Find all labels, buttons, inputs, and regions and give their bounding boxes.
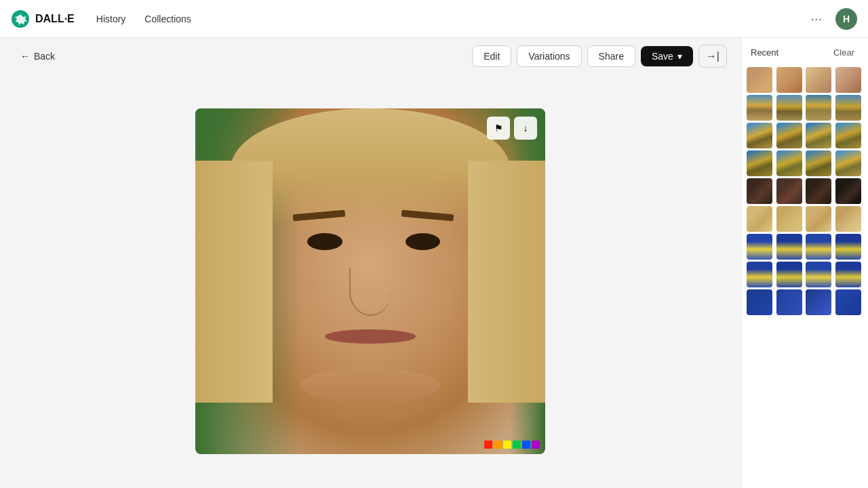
thumbnail-item[interactable] bbox=[806, 95, 831, 121]
thumbnail-item[interactable] bbox=[806, 234, 831, 260]
swatch-blue bbox=[522, 441, 530, 449]
hair-left bbox=[195, 161, 273, 403]
swatch-green bbox=[513, 441, 521, 449]
thumbnail-item[interactable] bbox=[835, 234, 861, 260]
thumbnail-item[interactable] bbox=[806, 123, 831, 148]
eye-right bbox=[406, 233, 441, 251]
right-sidebar: Recent Clear bbox=[741, 38, 868, 488]
color-bar bbox=[484, 441, 540, 449]
main-image-wrapper: ⚑ ↓ bbox=[195, 108, 545, 454]
thumbnail-item[interactable] bbox=[776, 178, 802, 204]
content-area: ← Back Edit Variations Share Save ▾ →| bbox=[0, 38, 741, 488]
flag-icon: ⚑ bbox=[494, 123, 503, 134]
thumbnail-item[interactable] bbox=[835, 150, 861, 176]
chin bbox=[300, 368, 440, 403]
thumbnail-item[interactable] bbox=[747, 150, 772, 176]
save-dropdown-icon: ▾ bbox=[677, 51, 682, 62]
header: DALL·E History Collections ··· H bbox=[0, 0, 868, 38]
thumbnail-item[interactable] bbox=[806, 150, 831, 176]
thumbnail-row-5 bbox=[747, 178, 863, 204]
thumbnail-item[interactable] bbox=[776, 67, 802, 93]
mouth bbox=[325, 329, 416, 343]
logo-text: DALL·E bbox=[35, 13, 75, 25]
flag-button[interactable]: ⚑ bbox=[487, 117, 510, 140]
download-button[interactable]: ↓ bbox=[514, 117, 537, 140]
thumbnail-item[interactable] bbox=[835, 123, 861, 148]
thumbnail-row-2 bbox=[747, 95, 863, 121]
thumbnail-item[interactable] bbox=[806, 67, 831, 93]
hair-right bbox=[468, 161, 545, 403]
nav-history[interactable]: History bbox=[88, 9, 134, 28]
thumbnail-item[interactable] bbox=[747, 234, 772, 260]
back-label: Back bbox=[34, 51, 55, 62]
thumbnail-item[interactable] bbox=[835, 95, 861, 121]
share-button[interactable]: Share bbox=[587, 45, 635, 67]
thumbnail-row-6 bbox=[747, 206, 863, 232]
thumbnail-item[interactable] bbox=[776, 234, 802, 260]
thumbnail-item[interactable] bbox=[747, 67, 772, 93]
thumbnail-item[interactable] bbox=[835, 178, 861, 204]
thumbnail-item[interactable] bbox=[776, 123, 802, 148]
avatar[interactable]: H bbox=[835, 8, 857, 30]
main-image bbox=[195, 108, 545, 454]
thumbnail-row-4 bbox=[747, 150, 863, 176]
thumbnail-item[interactable] bbox=[806, 289, 831, 315]
thumbnail-item[interactable] bbox=[835, 206, 861, 232]
swatch-purple bbox=[532, 441, 540, 449]
thumbnail-item[interactable] bbox=[776, 289, 802, 315]
thumbnail-item[interactable] bbox=[835, 67, 861, 93]
back-button[interactable]: ← Back bbox=[14, 47, 62, 66]
eye-left bbox=[307, 233, 342, 251]
nav-links: History Collections bbox=[88, 9, 199, 28]
toolbar: ← Back Edit Variations Share Save ▾ →| bbox=[0, 38, 741, 75]
thumbnail-item[interactable] bbox=[806, 206, 831, 232]
thumbnail-row-8 bbox=[747, 262, 863, 287]
sidebar-scroll[interactable] bbox=[741, 64, 868, 488]
toolbar-right: Edit Variations Share Save ▾ →| bbox=[472, 45, 727, 68]
header-right: ··· H bbox=[805, 8, 857, 30]
nose bbox=[349, 268, 391, 316]
thumbnail-item[interactable] bbox=[747, 262, 772, 287]
nav-collections[interactable]: Collections bbox=[136, 9, 199, 28]
back-arrow-icon: ← bbox=[20, 51, 30, 62]
image-container: ⚑ ↓ bbox=[0, 75, 741, 488]
thumbnail-item[interactable] bbox=[747, 123, 772, 148]
thumbnail-item[interactable] bbox=[747, 178, 772, 204]
save-label: Save bbox=[652, 51, 673, 62]
thumbnail-row-7 bbox=[747, 234, 863, 260]
thumbnail-item[interactable] bbox=[806, 178, 831, 204]
thumbnail-row-9 bbox=[747, 289, 863, 315]
save-button[interactable]: Save ▾ bbox=[641, 46, 693, 66]
thumbnail-item[interactable] bbox=[747, 289, 772, 315]
sidebar-header: Recent Clear bbox=[741, 38, 868, 64]
edit-button[interactable]: Edit bbox=[472, 45, 511, 67]
thumbnail-item[interactable] bbox=[776, 262, 802, 287]
variations-button[interactable]: Variations bbox=[517, 45, 581, 67]
logo-area[interactable]: DALL·E bbox=[11, 9, 75, 28]
thumbnail-item[interactable] bbox=[776, 150, 802, 176]
thumbnail-item[interactable] bbox=[835, 289, 861, 315]
thumbnail-item[interactable] bbox=[776, 95, 802, 121]
main-container: ← Back Edit Variations Share Save ▾ →| bbox=[0, 38, 868, 488]
thumbnail-item[interactable] bbox=[747, 206, 772, 232]
thumbnail-row-1 bbox=[747, 67, 863, 93]
collapse-sidebar-button[interactable]: →| bbox=[698, 45, 727, 68]
more-options-button[interactable]: ··· bbox=[805, 8, 827, 29]
recent-label: Recent bbox=[751, 47, 778, 58]
image-actions: ⚑ ↓ bbox=[487, 117, 537, 140]
dalle-logo-icon bbox=[11, 9, 30, 28]
thumbnail-item[interactable] bbox=[776, 206, 802, 232]
thumbnail-item[interactable] bbox=[806, 262, 831, 287]
thumbnail-row-3 bbox=[747, 123, 863, 148]
thumbnail-item[interactable] bbox=[835, 262, 861, 287]
clear-button[interactable]: Clear bbox=[829, 46, 859, 59]
download-icon: ↓ bbox=[524, 123, 528, 134]
swatch-yellow bbox=[503, 441, 511, 449]
swatch-orange bbox=[494, 441, 502, 449]
swatch-red bbox=[484, 441, 492, 449]
thumbnail-item[interactable] bbox=[747, 95, 772, 121]
